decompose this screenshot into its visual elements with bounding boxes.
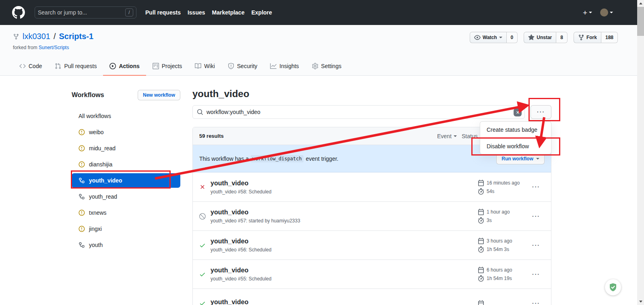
tab-code[interactable]: Code	[13, 58, 48, 76]
sidebar-item-midu-read[interactable]: midu_read	[72, 140, 180, 156]
event-filter-dropdown[interactable]: Event	[437, 133, 457, 139]
success-check-icon	[199, 242, 206, 249]
repo-name-link[interactable]: Scripts-1	[59, 32, 94, 41]
adblock-shield-badge[interactable]	[605, 279, 621, 295]
fork-source-link[interactable]: Sunert/Scripts	[39, 45, 69, 50]
run-time: 3 hours ago	[487, 238, 512, 244]
workflow-run-row: youth_video ···	[193, 288, 551, 305]
code-icon	[19, 63, 26, 69]
run-options-button[interactable]: ···	[528, 300, 545, 305]
sidebar-item-jingxi[interactable]: jingxi	[72, 221, 180, 237]
new-workflow-button[interactable]: New workflow	[138, 90, 180, 100]
path-separator: /	[54, 32, 56, 41]
sidebar-item-weibo[interactable]: weibo	[72, 124, 180, 140]
workflow-run-row: youth_video youth_video #55: Scheduled 6…	[193, 259, 551, 288]
eye-icon	[474, 34, 481, 41]
sidebar-item-youth[interactable]: youth	[72, 237, 180, 253]
run-options-button[interactable]: ···	[528, 184, 545, 190]
run-duration: 1h 54m 3s	[487, 247, 509, 252]
run-subtitle: youth_video #57: started by huamiyu2333	[211, 218, 300, 224]
forked-from-note: forked from Sunert/Scripts	[13, 45, 69, 50]
scrollbar-thumb[interactable]	[637, 7, 644, 36]
tab-projects[interactable]: Projects	[146, 58, 189, 76]
breadcrumb: lxk0301 / Scripts-1	[13, 32, 93, 41]
scroll-down-arrow[interactable]	[637, 298, 644, 305]
run-options-button[interactable]: ···	[528, 271, 545, 278]
run-subtitle: youth_video #55: Scheduled	[211, 276, 271, 282]
graph-icon	[270, 63, 277, 69]
calendar-icon	[478, 267, 484, 273]
warning-icon	[78, 129, 85, 135]
run-title-link[interactable]: youth_video	[211, 209, 300, 216]
run-options-button[interactable]: ···	[528, 213, 545, 220]
slash-shortcut-hint: /	[125, 8, 133, 17]
clear-filter-button[interactable]: ✕	[514, 108, 522, 116]
code-chip: workflow_dispatch	[251, 155, 303, 162]
success-check-icon	[199, 271, 206, 278]
top-nav-links: Pull requests Issues Marketplace Explore	[145, 9, 272, 16]
chevron-down-icon	[536, 158, 539, 160]
workflow-options-button[interactable]: ···	[530, 105, 551, 119]
run-options-button[interactable]: ···	[528, 242, 545, 249]
run-title-link[interactable]: youth_video	[211, 180, 271, 187]
watch-button[interactable]: Watch 0	[470, 32, 518, 43]
repo-owner-link[interactable]: lxk0301	[23, 32, 50, 41]
github-logo-icon[interactable]	[12, 6, 26, 19]
nav-pull-requests[interactable]: Pull requests	[145, 9, 181, 16]
watch-count[interactable]: 0	[507, 32, 518, 43]
run-meta: 3 hours ago 1h 54m 3s	[478, 238, 525, 253]
sidebar-item-txnews[interactable]: txnews	[72, 205, 180, 221]
calendar-icon	[478, 238, 484, 244]
chevron-down-icon	[610, 12, 613, 13]
tab-actions[interactable]: Actions	[103, 58, 146, 76]
workflow-options-menu: Create status badge Disable workflow	[480, 121, 551, 154]
unstar-button[interactable]: Unstar 8	[524, 32, 568, 43]
sidebar-item-dianshijia[interactable]: dianshijia	[72, 156, 180, 172]
run-time: 16 minutes ago	[487, 180, 520, 186]
workflow-list: All workflows weibo midu_read dianshijia…	[72, 108, 180, 253]
run-meta: 1 hour ago 3s	[478, 209, 525, 224]
plus-icon: +	[583, 9, 587, 17]
nav-explore[interactable]: Explore	[251, 9, 272, 16]
menu-item-disable-workflow[interactable]: Disable workflow	[480, 138, 551, 154]
stopwatch-icon	[478, 217, 484, 224]
nav-marketplace[interactable]: Marketplace	[212, 9, 245, 16]
tab-wiki[interactable]: Wiki	[188, 58, 221, 76]
pull-request-icon	[55, 63, 61, 69]
run-workflow-button[interactable]: Run workflow	[496, 153, 545, 164]
runs-filter-input[interactable]	[206, 109, 511, 115]
tab-settings[interactable]: Settings	[305, 58, 348, 76]
sidebar-item-all-workflows[interactable]: All workflows	[72, 108, 180, 124]
create-new-menu-button[interactable]: +	[583, 9, 592, 17]
menu-item-create-status-badge[interactable]: Create status badge	[480, 122, 551, 138]
tab-insights[interactable]: Insights	[264, 58, 305, 76]
runs-filter-box: ✕	[192, 105, 525, 119]
sidebar-item-youth-read[interactable]: youth_read	[72, 189, 180, 205]
run-time: 6 hours ago	[487, 267, 512, 273]
scroll-up-arrow[interactable]	[637, 0, 644, 7]
top-navigation-bar: / Pull requests Issues Marketplace Explo…	[0, 0, 637, 25]
shield-check-icon	[608, 282, 618, 292]
results-count: 59 results	[199, 133, 224, 139]
page-scrollbar[interactable]	[637, 0, 644, 305]
search-icon	[197, 109, 203, 115]
run-title-link[interactable]: youth_video	[211, 267, 271, 274]
run-subtitle: youth_video #58: Scheduled	[211, 189, 271, 195]
star-count[interactable]: 8	[556, 32, 568, 43]
sidebar-item-youth-video[interactable]: youth_video	[72, 173, 180, 188]
tab-security[interactable]: Security	[221, 58, 264, 76]
run-meta: 6 hours ago 1h 54m 19s	[478, 267, 525, 282]
fork-count[interactable]: 188	[601, 32, 618, 43]
tab-pull-requests[interactable]: Pull requests	[48, 58, 103, 76]
page-title: youth_video	[192, 88, 551, 100]
fork-button[interactable]: Fork 188	[574, 32, 618, 43]
shield-icon	[228, 63, 234, 69]
global-search-input[interactable]	[38, 9, 125, 16]
run-title-link[interactable]: youth_video	[211, 299, 248, 305]
run-title-link[interactable]: youth_video	[211, 238, 271, 245]
user-menu-button[interactable]	[600, 8, 613, 17]
nav-issues[interactable]: Issues	[188, 9, 205, 16]
github-actions-page: / Pull requests Issues Marketplace Explo…	[0, 0, 644, 305]
run-meta	[478, 300, 525, 305]
repo-header: lxk0301 / Scripts-1 forked from Sunert/S…	[0, 25, 637, 76]
